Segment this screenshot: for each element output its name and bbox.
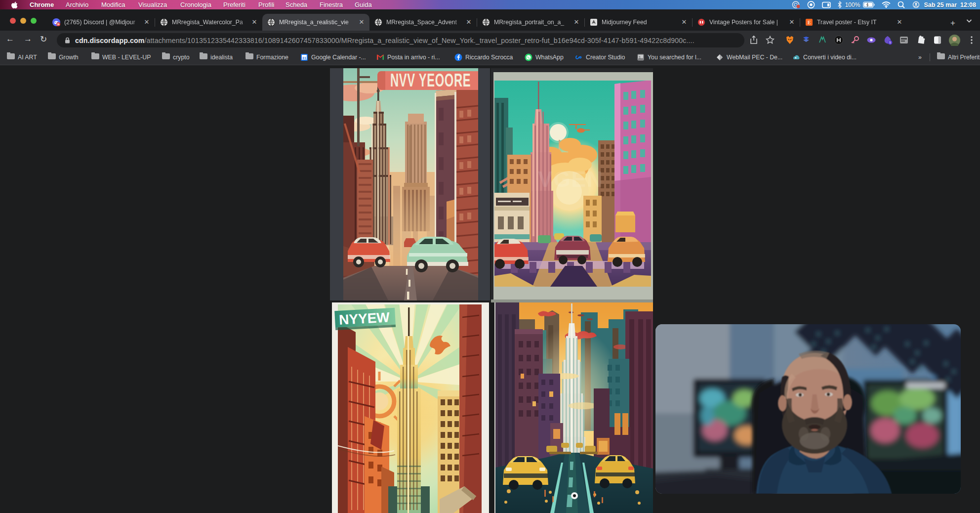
svg-text:E: E	[808, 19, 811, 25]
svg-text:NYYEW: NYYEW	[338, 309, 390, 327]
svg-text:31: 31	[302, 56, 306, 60]
svg-text:VGEN: VGEN	[538, 167, 604, 191]
svg-text:2k: 2k	[57, 23, 60, 26]
svg-text:NVV YEOORE: NVV YEOORE	[390, 70, 471, 90]
